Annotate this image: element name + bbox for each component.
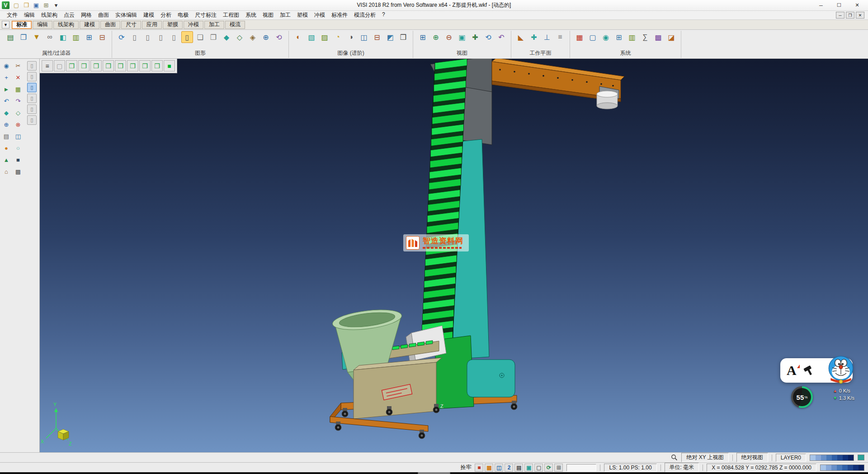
attributes-icon[interactable]: ▤ xyxy=(5,31,16,43)
tab-9[interactable]: 冲模 xyxy=(184,21,203,29)
zoom-out-icon[interactable]: ⊖ xyxy=(443,31,455,43)
move-icon[interactable]: ► xyxy=(1,84,11,94)
solid-snap-icon[interactable]: ◆ xyxy=(1,108,11,118)
light-icon[interactable]: ◔ xyxy=(332,31,344,43)
delete-icon[interactable]: ✕ xyxy=(13,72,23,82)
zoom-in-icon[interactable]: ⊕ xyxy=(430,31,442,43)
tab-dropdown-icon[interactable]: ▼ xyxy=(2,21,9,28)
square-icon[interactable]: ■ xyxy=(13,155,23,165)
new-window-icon[interactable]: ❏ xyxy=(194,31,206,43)
active-layout-icon[interactable]: ▯ xyxy=(181,31,193,43)
menu-item-10[interactable]: 电极 xyxy=(175,11,192,19)
pattern-icon[interactable]: ▩ xyxy=(13,166,23,176)
filter-icon[interactable]: ▼ xyxy=(31,31,42,43)
window-layout-4-icon[interactable]: ▯ xyxy=(168,31,180,43)
rotate-view-icon[interactable]: ⟲ xyxy=(482,31,494,43)
filter-slot-2-icon[interactable]: ▯ xyxy=(27,72,37,81)
palette-cell[interactable] xyxy=(843,455,848,460)
menu-item-7[interactable]: 实体编辑 xyxy=(112,11,140,19)
menu-item-13[interactable]: 系统 xyxy=(242,11,259,19)
palette-cell[interactable] xyxy=(848,455,854,460)
menu-item-9[interactable]: 分析 xyxy=(157,11,175,19)
title-bar[interactable]: V ▢❒▣⊞▾ VISI 2018 R2 from Vero Software … xyxy=(0,0,868,11)
workplane-xy-icon[interactable]: ◣ xyxy=(515,31,527,43)
viewport-3d[interactable]: ≡▢❒❒❒❒❒❒❒❒■ xyxy=(40,59,868,452)
tab-6[interactable]: 尺寸 xyxy=(121,21,141,29)
open-file-icon[interactable]: ❒ xyxy=(22,1,31,10)
zoom-window-icon[interactable]: ⊞ xyxy=(417,31,429,43)
maximize-button[interactable]: ☐ xyxy=(830,0,848,10)
tab-1[interactable]: 标准 xyxy=(12,21,32,29)
screen-settings-icon[interactable]: ▢ xyxy=(587,31,599,43)
view-bottom-icon[interactable]: ❒ xyxy=(139,60,151,71)
tab-7[interactable]: 应用 xyxy=(142,21,162,29)
cad-link-icon[interactable]: ◪ xyxy=(665,31,677,43)
menu-item-18[interactable]: 标准件 xyxy=(328,11,351,19)
counter-badge[interactable]: 2 xyxy=(505,464,513,472)
units-field[interactable]: 单位: 毫米 xyxy=(665,463,699,472)
previous-view-icon[interactable]: ↶ xyxy=(495,31,507,43)
report-icon[interactable]: ▥ xyxy=(626,31,638,43)
tab-5[interactable]: 曲面 xyxy=(100,21,120,29)
grid-settings-icon[interactable]: ⊞ xyxy=(613,31,625,43)
render-icon[interactable]: ◐ xyxy=(292,31,304,43)
workplane-list-icon[interactable]: ≡ xyxy=(554,31,566,43)
spin-icon[interactable]: ⟲ xyxy=(273,31,285,43)
layers-toggle-icon[interactable]: ▤ xyxy=(514,464,523,472)
home-view-icon[interactable]: ⌂ xyxy=(1,166,11,176)
active-color-swatch[interactable] xyxy=(858,455,864,460)
trim-icon[interactable]: ✂ xyxy=(13,61,23,71)
new-file-icon[interactable]: ▢ xyxy=(12,1,21,10)
palette-cell[interactable] xyxy=(832,455,837,460)
palette-cell[interactable] xyxy=(826,465,831,470)
progress-circle[interactable]: 55% xyxy=(791,386,813,408)
redo-view-icon[interactable]: ↷ xyxy=(13,96,23,106)
fast-view-icon[interactable]: ▣ xyxy=(524,464,533,472)
snap-point-icon[interactable]: + xyxy=(1,72,11,82)
view-front-icon[interactable]: ❒ xyxy=(90,60,102,71)
zoom-select-icon[interactable]: ◉ xyxy=(1,61,11,71)
filter-slot-4-icon[interactable]: ▯ xyxy=(27,94,37,103)
table-icon[interactable]: ⊞ xyxy=(554,464,563,472)
palette-cell[interactable] xyxy=(837,465,842,470)
current-view-field[interactable]: 绝对 XY 上视图 xyxy=(681,453,728,462)
snapshot-icon[interactable]: ❒ xyxy=(397,31,409,43)
menu-item-20[interactable]: ? xyxy=(379,11,388,19)
menu-item-17[interactable]: 冲模 xyxy=(311,11,328,19)
wireframe-mode-icon[interactable]: ◇ xyxy=(234,31,245,43)
save-icon[interactable]: ▣ xyxy=(32,1,41,10)
chain-select-icon[interactable]: ∞ xyxy=(44,31,56,43)
tab-3[interactable]: 线架构 xyxy=(53,21,79,29)
layer-panel-icon[interactable]: ▦ xyxy=(13,84,23,94)
filter-slot-6-icon[interactable]: ▯ xyxy=(27,115,37,125)
view-back-icon[interactable]: ❒ xyxy=(115,60,126,71)
tab-11[interactable]: 模流 xyxy=(225,21,245,29)
mdi-minimize-button[interactable]: ─ xyxy=(836,12,844,19)
menu-item-16[interactable]: 塑模 xyxy=(294,11,311,19)
snap-toggle-icon[interactable]: ■ xyxy=(475,464,483,472)
tab-8[interactable]: 塑膜 xyxy=(163,21,183,29)
grid-toggle-icon[interactable]: ▦ xyxy=(485,464,493,472)
redraw-icon[interactable]: ⟳ xyxy=(116,31,127,43)
window-layout-1-icon[interactable]: ▯ xyxy=(129,31,141,43)
window-layout-2-icon[interactable]: ▯ xyxy=(142,31,154,43)
mdi-close-button[interactable]: ✕ xyxy=(856,12,864,19)
tab-10[interactable]: 加工 xyxy=(204,21,224,29)
texture-icon[interactable]: ▨ xyxy=(319,31,330,43)
menu-item-12[interactable]: 工程图 xyxy=(220,11,242,19)
palette-cell[interactable] xyxy=(842,465,848,470)
split-view-icon[interactable]: ◫ xyxy=(13,131,23,141)
palette-cell[interactable] xyxy=(859,465,864,470)
view-iso-icon[interactable]: ❒ xyxy=(66,60,77,71)
circle-icon[interactable]: ○ xyxy=(13,143,23,153)
color-palette-icon[interactable]: ▦ xyxy=(574,31,585,43)
background-icon[interactable]: ◫ xyxy=(358,31,370,43)
hidden-line-icon[interactable]: ◈ xyxy=(247,31,259,43)
palette-cell[interactable] xyxy=(821,455,826,460)
menu-item-1[interactable]: 文件 xyxy=(4,11,21,19)
ortho-toggle-icon[interactable]: ◫ xyxy=(495,464,503,472)
view-dimetric-icon[interactable]: ❒ xyxy=(151,60,163,71)
point-icon[interactable]: ● xyxy=(1,143,11,153)
view-left-icon[interactable]: ❒ xyxy=(127,60,138,71)
shaded-mode-icon[interactable]: ◆ xyxy=(221,31,232,43)
